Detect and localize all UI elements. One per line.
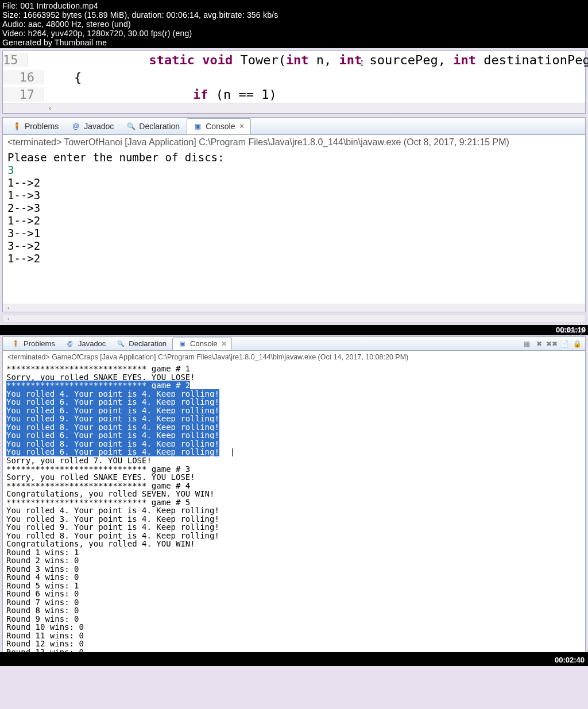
console-icon: ▣	[193, 122, 202, 131]
bottom-tabs-2: 🧍 Problems @ Javadoc 🔍 Declaration ▣ Con…	[3, 337, 585, 351]
outer-hscrollbar[interactable]: ‹	[2, 315, 586, 323]
console-line: Congratulations, you rolled SEVEN. YOU W…	[6, 490, 582, 498]
console-line: Round 7 wins: 0	[6, 598, 582, 607]
console-hscrollbar[interactable]: ‹	[3, 304, 585, 312]
terminate-all-icon[interactable]: ✖✖	[547, 339, 556, 348]
meta-audio: Audio: aac, 48000 Hz, stereo (und)	[2, 20, 586, 29]
timestamp-1: 00:01:19	[556, 326, 586, 334]
console-toolbar: ▦ ✖ ✖✖ 📄 🔒	[522, 339, 582, 348]
console-line: Round 8 wins: 0	[6, 606, 582, 615]
tab-problems[interactable]: 🧍 Problems	[6, 118, 64, 134]
bottom-tabs: 🧍 Problems @ Javadoc 🔍 Declaration ▣ Con…	[3, 118, 585, 135]
console-line: You rolled 6. Your point is 4. Keep roll…	[6, 448, 582, 456]
resize-arrow-icon[interactable]: ↕	[359, 56, 365, 69]
console-output[interactable]: Please enter the number of discs: 3 1-->…	[3, 150, 585, 304]
console-line: Round 2 wins: 0	[6, 556, 582, 565]
console-line: ***************************** game # 2	[6, 381, 582, 390]
console-line: You rolled 8. Your point is 4. Keep roll…	[6, 440, 582, 448]
console-line: You rolled 6. Your point is 4. Keep roll…	[6, 406, 582, 415]
console-line: You rolled 9. Your point is 4. Keep roll…	[6, 523, 582, 532]
console-line: 1-->2	[7, 214, 581, 227]
console-line: 3-->1	[7, 227, 581, 239]
remove-all-terminated-icon[interactable]: ▦	[522, 339, 531, 348]
tab-javadoc[interactable]: @ Javadoc	[61, 338, 110, 350]
console-line: Round 10 wins: 0	[6, 623, 582, 631]
console-line: 2-->3	[7, 202, 581, 214]
console-line: You rolled 6. Your point is 4. Keep roll…	[6, 431, 582, 440]
console-line: ***************************** game # 3	[6, 465, 582, 474]
tab-javadoc[interactable]: @ Javadoc	[65, 118, 119, 134]
problems-icon: 🧍	[11, 339, 20, 348]
console-line: You rolled 3. Your point is 4. Keep roll…	[6, 515, 582, 524]
console-line: Round 3 wins: 0	[6, 565, 582, 574]
code-editor-panel: 15 static void Tower(int n, int sourcePe…	[2, 51, 586, 114]
console-line: 3-->2	[7, 239, 581, 252]
close-console-icon[interactable]: ✖	[535, 339, 544, 348]
console-line: ***************************** game # 1	[6, 365, 582, 373]
console-line: Sorry, you rolled SNAKE_EYES. YOU LOSE!	[6, 373, 582, 382]
console-line: Congratulations, you rolled 4. YOU WIN!	[6, 540, 582, 548]
console-line: You rolled 4. Your point is 4. Keep roll…	[6, 506, 582, 515]
console-output-2[interactable]: ***************************** game # 1So…	[3, 363, 585, 657]
meta-size: Size: 16663952 bytes (15.89 MiB), durati…	[2, 10, 586, 20]
tab-declaration[interactable]: 🔍 Declaration	[111, 338, 171, 350]
console-line: Round 12 wins: 0	[6, 640, 582, 648]
clear-console-icon[interactable]: 📄	[560, 339, 569, 348]
chevron-left-icon[interactable]: ‹	[7, 315, 10, 322]
chevron-left-icon[interactable]: ‹	[7, 304, 10, 311]
console-input-value: 3	[7, 164, 581, 176]
problems-icon: 🧍	[12, 122, 21, 131]
console-line: Round 9 wins: 0	[6, 615, 582, 623]
code-line-17[interactable]: 17 if (n == 1) ↕	[3, 86, 585, 103]
console-line: You rolled 8. Your point is 4. Keep roll…	[6, 423, 582, 432]
close-icon[interactable]: ✕	[239, 122, 245, 130]
console-line: ***************************** game # 5	[6, 498, 582, 507]
console-line: Round 5 wins: 1	[6, 582, 582, 590]
close-icon[interactable]: ✕	[221, 340, 227, 348]
console-line: You rolled 9. Your point is 4. Keep roll…	[6, 414, 582, 423]
console-line: 1-->2	[7, 176, 581, 189]
views-panel: 🧍 Problems @ Javadoc 🔍 Declaration ▣ Con…	[2, 117, 586, 312]
meta-file: File: 001 Introduction.mp4	[2, 1, 586, 10]
tab-console[interactable]: ▣ Console ✕	[172, 338, 232, 350]
terminated-label: <terminated> TowerOfHanoi [Java Applicat…	[3, 135, 585, 150]
declaration-icon: 🔍	[116, 339, 125, 348]
console-line: Round 6 wins: 0	[6, 590, 582, 598]
javadoc-icon: @	[65, 339, 75, 348]
console-line: You rolled 6. Your point is 4. Keep roll…	[6, 398, 582, 406]
console-line: Round 1 wins: 1	[6, 548, 582, 557]
tab-declaration[interactable]: 🔍 Declaration	[121, 118, 185, 134]
views-panel-2: 🧍 Problems @ Javadoc 🔍 Declaration ▣ Con…	[2, 336, 586, 666]
console-icon: ▣	[177, 339, 187, 348]
meta-video: Video: h264, yuv420p, 1280x720, 30.00 fp…	[2, 29, 586, 38]
timestamp-2: 00:02:40	[555, 656, 585, 664]
terminated-label-2: <terminated> GameOfCraps [Java Applicati…	[3, 351, 585, 363]
javadoc-icon: @	[71, 122, 80, 131]
console-prompt: Please enter the number of discs:	[7, 151, 581, 164]
console-line: ***************************** game # 4	[6, 482, 582, 490]
declaration-icon: 🔍	[126, 122, 136, 131]
console-line: You rolled 8. Your point is 4. Keep roll…	[6, 532, 582, 540]
scroll-lock-icon[interactable]: 🔒	[572, 339, 582, 348]
console-line: Sorry, you rolled 7. YOU LOSE!	[6, 456, 582, 465]
console-line: Round 11 wins: 0	[6, 631, 582, 640]
console-line: 1-->2	[7, 252, 581, 265]
console-line: Round 4 wins: 0	[6, 573, 582, 582]
console-line: 1-->3	[7, 189, 581, 202]
tab-problems[interactable]: 🧍 Problems	[6, 338, 60, 350]
code-hscrollbar[interactable]: ‹	[3, 103, 585, 113]
tab-console[interactable]: ▣ Console ✕	[187, 118, 250, 134]
console-line: You rolled 4. Your point is 4. Keep roll…	[6, 390, 582, 398]
console-line: Sorry, you rolled SNAKE_EYES. YOU LOSE!	[6, 473, 582, 482]
chevron-left-icon[interactable]: ‹	[49, 103, 52, 113]
code-line-15[interactable]: 15 static void Tower(int n, int sourcePe…	[3, 51, 585, 68]
